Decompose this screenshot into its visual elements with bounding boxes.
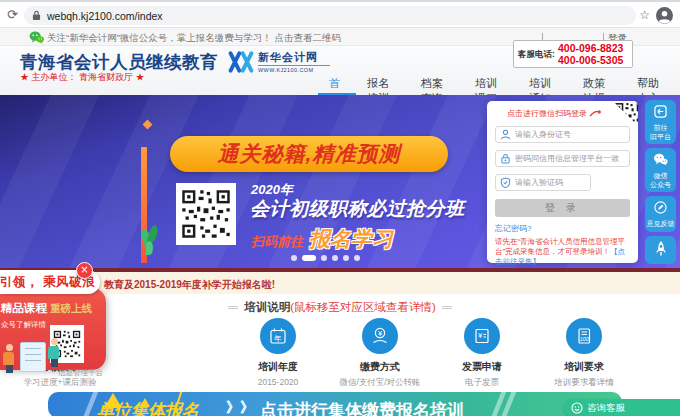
reload-icon[interactable]: ⟳ — [7, 7, 18, 22]
whiteboard-illustration — [20, 342, 46, 372]
carousel-dot-1[interactable] — [291, 255, 297, 261]
svg-text:年: 年 — [273, 334, 282, 343]
promo-line1: 精品课程重磅上线 — [1, 298, 105, 316]
old-platform-label: 前往 旧平台 — [645, 124, 676, 141]
nav-item-courses[interactable]: 培训课程 — [464, 76, 518, 95]
carousel-dot-4[interactable] — [332, 255, 338, 261]
logo-url: WWW.KJ2100.COM — [258, 65, 330, 73]
lock-icon — [32, 10, 41, 21]
carousel-dots — [291, 255, 360, 261]
announcement-text[interactable]: 教育及2015-2019年度补学开始报名啦! — [104, 278, 275, 292]
url-text: webqh.kj2100.com/index — [47, 10, 163, 22]
nav-item-help[interactable]: 帮助中心 — [626, 76, 680, 95]
smiley-headset-icon — [571, 402, 583, 414]
cartoon-person-left — [3, 344, 15, 373]
cartoon-person-right — [48, 338, 60, 367]
hero-carousel[interactable]: 通关秘籍,精准预测 2020年 会计初级职称必过抢分班 扫码前往 报名学习 点击… — [0, 95, 680, 268]
side-rail: 前往 旧平台 微信 公众号 意见反馈 — [645, 100, 676, 268]
browser-profile-icon[interactable] — [656, 7, 673, 24]
scan-tip-text: 点击进行微信扫码登录 — [507, 108, 587, 119]
svg-text:¥: ¥ — [378, 329, 383, 338]
nav-item-notices[interactable]: 培训通知 — [518, 76, 572, 95]
right-dash-decoration — [442, 306, 452, 309]
wechat-scan-login-tip[interactable]: 点击进行微信扫码登录 — [507, 108, 630, 119]
pencil-circle-icon — [654, 201, 667, 214]
page: ⟳ webqh.kj2100.com/index ☆ 关注“新华会计网”微信公众… — [0, 0, 680, 416]
promo-launch-text: 重磅上线 — [50, 303, 92, 314]
carousel-dot-6[interactable] — [354, 255, 360, 261]
hotline-phone-2: 400-006-5305 — [558, 54, 623, 66]
site-header: 青海省会计人员继续教育 新华会计网 WWW.KJ2100.COM ★ 主办单位：… — [0, 46, 680, 95]
promo-line2: 众号了解详情 — [1, 320, 46, 330]
banner-scan-action: 报名学习 — [309, 225, 393, 253]
carousel-dot-3[interactable] — [321, 255, 327, 261]
group-signup-banner[interactable]: 单位集体报名 》》 点击进行集体缴费报名培训 — [48, 392, 622, 416]
group-signup-label: 单位集体报名 — [97, 399, 199, 416]
plant-decoration — [141, 223, 159, 261]
old-platform-button[interactable]: 前往 旧平台 — [645, 100, 676, 144]
lock-icon — [500, 153, 511, 164]
training-title: 培训说明 — [244, 301, 290, 313]
back-to-top-button[interactable] — [645, 236, 676, 264]
logo-name: 新华会计网 — [258, 50, 330, 65]
col-desc: 培训要求看详情 — [524, 377, 644, 389]
svg-text:¥: ¥ — [478, 332, 482, 339]
wechat-notice-text[interactable]: 关注“新华会计网”微信公众号，掌上报名缴费与学习！ 点击查看二维码 — [47, 32, 341, 45]
promo-course-text: 精品课程 — [1, 302, 47, 314]
banner-qr-code — [176, 183, 236, 245]
banner-scan-line: 扫码前往 报名学习 — [251, 225, 393, 253]
logo-text-block: 新华会计网 WWW.KJ2100.COM — [258, 50, 330, 73]
login-panel: 点击进行微信扫码登录 登 录 忘记密码? 请先在“青海省会计人员信用信息管理 — [487, 101, 638, 263]
banner-scan-hint: 扫码前往 — [251, 233, 303, 251]
left-dash-decoration — [228, 306, 238, 309]
address-bar[interactable]: webqh.kj2100.com/index — [24, 6, 636, 25]
popup-close-icon[interactable]: × — [76, 262, 93, 279]
captcha-field-wrap — [495, 174, 591, 191]
login-submit-button[interactable]: 登 录 — [495, 199, 630, 217]
training-hint: (鼠标移至对应区域查看详情) — [290, 301, 436, 313]
invoice-icon: ¥ — [464, 318, 500, 354]
training-col-requirements[interactable]: 100 培训要求 培训要求看详情 — [524, 318, 644, 389]
banner-slogan-pill: 通关秘籍,精准预测 — [170, 136, 448, 172]
person-icon — [500, 129, 511, 140]
password-field-wrap — [495, 150, 630, 167]
document-100-icon: 100 — [566, 318, 602, 354]
col-title: 培训要求 — [524, 360, 644, 374]
nav-item-policies[interactable]: 政策法规 — [572, 76, 626, 95]
id-number-field-wrap — [495, 126, 630, 143]
hotline-phone-1: 400-096-8823 — [558, 42, 623, 54]
hotline-label: 客服电话: — [518, 50, 558, 59]
curved-arrow-icon — [589, 109, 603, 118]
shield-check-icon — [500, 177, 511, 188]
login-warning-text: 请先在“青海省会计人员信用信息管理平台”完成采集信息，才可登录培训！ — [495, 237, 625, 256]
password-input[interactable] — [515, 154, 625, 163]
xinhua-logo-icon — [228, 51, 254, 77]
carousel-dot-2-active[interactable] — [302, 255, 316, 261]
group-signup-cta: 点击进行集体缴费报名培训 — [260, 399, 464, 416]
login-warning: 请先在“青海省会计人员信用信息管理平台”完成采集信息，才可登录培训！【点击前往采… — [495, 237, 630, 267]
hotline-box: 客服电话: 400-096-8823 400-006-5305 — [513, 40, 633, 68]
nav-item-home[interactable]: 首页 — [318, 76, 356, 95]
main-nav: 首页 报名培训 档案查询 培训课程 培训通知 政策法规 帮助中心 — [318, 76, 680, 95]
wechat-icon — [653, 153, 668, 166]
customer-service-button[interactable]: 咨询客服 — [564, 399, 680, 416]
captcha-input[interactable] — [515, 178, 586, 187]
nav-item-signup-training[interactable]: 报名培训 — [356, 76, 410, 95]
nav-item-archive-query[interactable]: 档案查询 — [410, 76, 464, 95]
partial-platform-text: 信息管理平台 — [58, 368, 103, 378]
wechat-account-button[interactable]: 微信 公众号 — [645, 148, 676, 192]
bookmark-star-icon[interactable]: ☆ — [639, 8, 650, 22]
banner-course-title: 会计初级职称必过抢分班 — [250, 196, 465, 222]
diamond-decoration — [143, 120, 153, 130]
organizer-line: ★ 主办单位： 青海省财政厅 ★ — [20, 71, 145, 84]
id-number-input[interactable] — [515, 130, 625, 139]
browser-toolbar: ⟳ webqh.kj2100.com/index ☆ — [0, 0, 680, 28]
banner-slogan: 通关秘籍,精准预测 — [218, 140, 401, 168]
arrows-decoration: 》》 — [226, 399, 254, 416]
feedback-button[interactable]: 意见反馈 — [645, 196, 676, 232]
forgot-password-link[interactable]: 忘记密码? — [495, 223, 531, 234]
payment-icon: ¥ — [362, 318, 398, 354]
customer-service-label: 咨询客服 — [587, 402, 625, 415]
carousel-dot-5[interactable] — [343, 255, 349, 261]
calendar-icon: 年 — [260, 318, 296, 354]
